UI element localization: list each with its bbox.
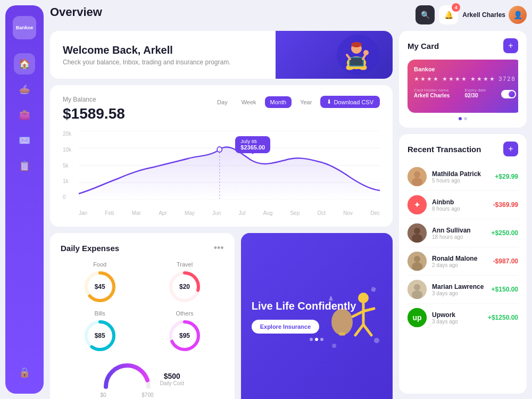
sidebar-logo[interactable]: Bankoe [13,16,36,39]
carousel-dot-2[interactable] [315,338,318,341]
download-csv-button[interactable]: ⬇ Download CSV [320,96,380,108]
transaction-amount-marian: +$150.00 [492,286,518,293]
card-holder-label: Card Holder name [414,88,450,93]
insurance-title: Live Life Confidently [252,300,382,312]
chart-x-labels: JanFebMarAprMayJunJulAugSepOctNovDec [79,210,380,216]
sidebar-item-wallet[interactable]: 👛 [14,104,35,126]
period-month[interactable]: Month [265,96,292,108]
expense-travel-label: Travel [177,261,193,268]
transaction-amount-ann: +$250.00 [492,229,518,237]
transaction-name-marian: Marian Lawrence [432,283,486,290]
carousel-dot-1[interactable] [310,338,313,341]
transactions-title: Recent Transaction [408,145,481,154]
svg-point-50 [414,284,420,290]
svg-point-44 [414,228,420,234]
svg-point-37 [332,344,336,348]
welcome-banner: Welcome Back, Arkell Check your balance,… [50,31,393,79]
daily-cost-label: Daily Cost [160,380,185,386]
transaction-amount-mathilda: +$29.99 [495,173,518,180]
explore-insurance-label: Explore Insurance [260,323,311,330]
card-dots [408,117,518,120]
user-name: Arkell Charles [462,11,505,19]
tooltip-date: July 05 [240,139,265,144]
notification-button[interactable]: 🔔 4 [439,5,458,24]
welcome-subtitle: Check your balance, Inbox, trading and i… [63,59,231,66]
balance-label: My Balance [63,96,125,103]
transaction-info-airbnb: Ainbnb 8 hours ago [432,198,488,212]
welcome-illustration [313,34,382,76]
svg-rect-7 [350,58,363,65]
expense-others: Others $95 [145,310,223,353]
sidebar-item-security[interactable]: 🔒 [14,362,35,383]
sidebar-item-analytics[interactable]: 🥧 [14,79,35,100]
right-header: 🔍 🔔 4 Arkell Charles 👤 [399,5,527,24]
transaction-time-airbnb: 8 hours ago [432,206,488,212]
transaction-time-ronald: 2 days ago [432,262,488,268]
tooltip-value: $2365.00 [240,144,265,151]
transaction-info-upwork: Upwork 3 days ago [432,311,483,325]
download-icon: ⬇ [327,98,331,105]
svg-line-30 [355,325,363,335]
expense-food: Food $45 [61,261,139,304]
svg-rect-33 [339,332,345,336]
period-week[interactable]: Week [236,96,262,108]
transaction-time-ann: 18 hours ago [432,234,486,240]
notification-badge: 4 [452,3,460,12]
card-toggle[interactable] [501,90,516,98]
balance-section: My Balance $1589.58 Day Week Month Year … [50,85,393,227]
transaction-ronald: Ronald Malone 2 days ago -$987.00 [408,247,518,276]
transaction-avatar-airbnb: ✦ [408,195,427,214]
period-year[interactable]: Year [295,96,317,108]
transaction-avatar-ann [408,223,427,243]
balance-amount: $1589.58 [63,105,125,122]
svg-point-40 [412,178,422,186]
transaction-amount-upwork: +$1250.00 [488,314,518,321]
svg-point-45 [412,234,422,243]
welcome-title: Welcome Back, Arkell [63,44,231,56]
chart-controls: Day Week Month Year ⬇ Download CSV [212,96,380,108]
period-day[interactable]: Day [212,96,233,108]
add-card-button[interactable]: + [503,38,518,53]
transaction-upwork: up Upwork 3 days ago +$1250.00 [408,304,518,331]
gauge-labels: $500 Daily Cost [160,372,185,386]
expense-others-amount: $95 [179,332,190,339]
card-dot-1[interactable] [459,117,462,120]
expense-grid: Food $45 Travel [61,261,224,353]
app-name: Bankoe [16,25,34,31]
transaction-name-upwork: Upwork [432,311,483,319]
expense-others-label: Others [176,310,193,317]
transactions-section: Recent Transaction + Mathilda Patrick 5 … [399,134,527,394]
add-transaction-button[interactable]: + [503,142,518,156]
card-dot-2[interactable] [464,117,467,120]
bell-icon: 🔔 [444,11,453,19]
chart-container: 20k10k5k1k0 [63,131,380,216]
svg-rect-34 [371,287,376,292]
my-card-section: My Card + Bankoe ★★★★ ★★★★ ★★★★ 3728 Car… [399,31,527,128]
transaction-time-mathilda: 5 hours ago [432,178,489,184]
sidebar-item-messages[interactable]: ✉️ [14,130,35,151]
expense-bills-amount: $85 [95,332,105,339]
gauge-max: $700 [142,392,153,398]
carousel-dot-3[interactable] [320,338,323,341]
search-icon: 🔍 [421,11,430,19]
transaction-avatar-ronald [408,252,427,271]
svg-point-5 [351,42,362,47]
transaction-info-ronald: Ronald Malone 2 days ago [432,255,488,268]
explore-insurance-button[interactable]: Explore Insurance [252,320,319,334]
sidebar-item-home[interactable]: 🏠 [14,53,35,74]
svg-point-39 [414,171,420,178]
transaction-info-ann: Ann Sullivan 18 hours ago [432,227,486,240]
card-expiry-value: 02/30 [464,93,486,98]
transaction-avatar-mathilda [408,167,427,186]
user-avatar[interactable]: 👤 [509,6,527,24]
transaction-avatar-upwork: up [408,308,427,327]
sidebar-item-documents[interactable]: 📋 [14,155,35,177]
transaction-name-mathilda: Mathilda Patrick [432,170,489,178]
search-button[interactable]: 🔍 [415,5,435,24]
transaction-info-mathilda: Mathilda Patrick 5 hours ago [432,170,489,184]
daily-expenses-menu[interactable]: ••• [214,243,224,254]
transaction-avatar-marian [408,280,427,299]
primary-card[interactable]: Bankoe ★★★★ ★★★★ ★★★★ 3728 Card Holder n… [408,60,518,113]
bottom-row: Daily Expenses ••• Food $45 [50,233,393,399]
right-panel: 🔍 🔔 4 Arkell Charles 👤 My Card + Bankoe [399,5,527,394]
